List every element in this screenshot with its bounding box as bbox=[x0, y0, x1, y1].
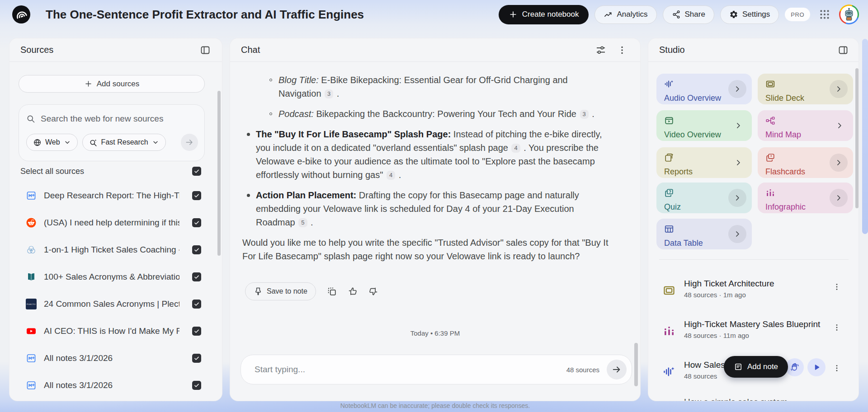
studio-tile-video-overview[interactable]: Video Overview bbox=[656, 110, 752, 141]
source-row[interactable]: 1-on-1 High Ticket Sales Coaching - K... bbox=[9, 236, 222, 263]
note-more-menu-icon[interactable] bbox=[832, 282, 841, 291]
save-to-note-button[interactable]: Save to note bbox=[245, 282, 316, 300]
thumbs-down-icon[interactable] bbox=[368, 286, 378, 296]
source-checkbox[interactable] bbox=[192, 327, 201, 336]
studio-tile-flashcards[interactable]: Flashcards bbox=[758, 147, 853, 178]
select-all-row: Select all sources bbox=[20, 165, 201, 177]
studio-note-row[interactable]: High-Ticket Mastery Sales Blueprint 48 s… bbox=[648, 318, 859, 345]
studio-tile-infographic[interactable]: Infographic bbox=[758, 183, 853, 213]
source-row[interactable]: PLECTO 24 Common Sales Acronyms | Plecto bbox=[9, 290, 222, 318]
add-sources-label: Add sources bbox=[97, 80, 140, 89]
studio-tile-mind-map[interactable]: Mind Map bbox=[758, 110, 853, 141]
pro-badge: PRO bbox=[785, 8, 810, 21]
citation-chip[interactable]: 3 bbox=[580, 110, 589, 119]
source-checkbox[interactable] bbox=[192, 300, 201, 309]
citation-chip[interactable]: 5 bbox=[298, 218, 307, 227]
chevron-right-icon[interactable] bbox=[728, 189, 746, 207]
chevron-right-icon[interactable] bbox=[835, 121, 844, 130]
chevron-right-icon[interactable] bbox=[830, 80, 848, 98]
add-sources-button[interactable]: Add sources bbox=[19, 75, 205, 93]
note-more-menu-icon[interactable] bbox=[832, 323, 841, 332]
studio-tile-data-table[interactable]: Data Table bbox=[656, 219, 752, 249]
source-row[interactable]: All notes 3/1/2026 bbox=[9, 345, 222, 372]
studio-panel: Studio Audio Overview Slide Deck Video O… bbox=[648, 38, 859, 401]
text-segment: . bbox=[308, 217, 313, 227]
sources-scrollbar[interactable] bbox=[217, 91, 221, 256]
search-submit-button[interactable] bbox=[181, 134, 198, 151]
select-all-checkbox[interactable] bbox=[192, 167, 201, 176]
source-checkbox[interactable] bbox=[192, 245, 201, 254]
search-input[interactable] bbox=[41, 114, 190, 124]
analytics-button[interactable]: Analytics bbox=[594, 5, 656, 24]
text-segment: . bbox=[334, 89, 339, 98]
source-row[interactable]: AI CEO: THIS is How I'd Make My First ..… bbox=[9, 318, 222, 345]
chevron-right-icon[interactable] bbox=[830, 189, 848, 207]
studio-tile-reports[interactable]: Reports bbox=[656, 147, 752, 178]
chevron-right-icon[interactable] bbox=[728, 225, 746, 243]
pin-icon bbox=[254, 287, 263, 296]
app-header: The One-Sentence Profit Extractor and AI… bbox=[0, 0, 868, 29]
chevron-right-icon[interactable] bbox=[734, 121, 743, 130]
video-icon bbox=[664, 116, 674, 126]
chevron-right-icon[interactable] bbox=[728, 80, 746, 98]
settings-button[interactable]: Settings bbox=[720, 5, 779, 24]
citation-chip[interactable]: 4 bbox=[387, 171, 395, 180]
citation-chip[interactable]: 3 bbox=[325, 89, 333, 98]
search-filter-row: Web Fast Research bbox=[26, 134, 198, 151]
source-checkbox[interactable] bbox=[192, 191, 201, 200]
avatar[interactable] bbox=[839, 5, 859, 24]
chat-settings-icon[interactable] bbox=[595, 45, 606, 56]
text-segment: Bikepacking the Backcountry: Powering Yo… bbox=[314, 109, 579, 119]
gear-icon bbox=[729, 10, 738, 19]
collapse-studio-panel-icon[interactable] bbox=[838, 45, 849, 56]
share-label: Share bbox=[685, 10, 705, 19]
studio-tile-slide-deck[interactable]: Slide Deck bbox=[758, 74, 853, 104]
note-icon bbox=[734, 362, 743, 371]
answer-actions: Save to note bbox=[245, 282, 378, 300]
source-title: Deep Research Report: The High-Tick... bbox=[44, 191, 179, 201]
notebook-title[interactable]: The One-Sentence Profit Extractor and AI… bbox=[46, 8, 364, 22]
share-button[interactable]: Share bbox=[663, 5, 714, 24]
thumbs-up-icon[interactable] bbox=[348, 286, 358, 296]
web-filter-dropdown[interactable]: Web bbox=[26, 134, 78, 151]
studio-tile-audio-overview[interactable]: Audio Overview bbox=[656, 74, 752, 104]
notebooklm-logo-icon[interactable] bbox=[12, 5, 30, 23]
window-scrollbar[interactable] bbox=[862, 39, 868, 234]
chat-messages: Blog Title: E-Bike Bikepacking: Essentia… bbox=[242, 73, 611, 270]
chevron-right-icon[interactable] bbox=[734, 158, 743, 167]
interactive-mode-button[interactable] bbox=[786, 358, 804, 376]
copy-icon[interactable] bbox=[327, 286, 337, 296]
note-title: How Sales bbox=[684, 360, 725, 370]
chat-input[interactable] bbox=[255, 365, 566, 375]
source-row[interactable]: 100+ Sales Acronyms & Abbreviations... bbox=[9, 263, 222, 290]
note-more-menu-icon[interactable] bbox=[832, 364, 841, 373]
chevron-right-icon[interactable] bbox=[830, 154, 848, 172]
citation-chip[interactable]: 4 bbox=[511, 144, 520, 153]
source-checkbox[interactable] bbox=[192, 218, 201, 227]
flashcards-icon bbox=[765, 153, 775, 163]
chat-scrollbar[interactable] bbox=[634, 343, 638, 386]
source-checkbox[interactable] bbox=[192, 354, 201, 363]
studio-tile-quiz[interactable]: Quiz bbox=[656, 183, 752, 213]
plus-icon bbox=[509, 10, 518, 19]
source-checkbox[interactable] bbox=[192, 272, 201, 281]
tile-label: Video Overview bbox=[664, 130, 745, 140]
chat-more-menu-icon[interactable] bbox=[617, 45, 627, 56]
studio-note-row[interactable]: High Ticket Architecture 48 sources · 1m… bbox=[648, 278, 859, 304]
chat-panel-header: Chat bbox=[230, 38, 640, 62]
search-row bbox=[26, 111, 198, 126]
studio-note-row[interactable]: How a simple sales system ... bbox=[648, 396, 859, 401]
add-note-button[interactable]: Add note bbox=[724, 356, 788, 378]
play-button[interactable] bbox=[807, 358, 826, 376]
source-row[interactable]: Deep Research Report: The High-Tick... bbox=[9, 182, 222, 209]
source-checkbox[interactable] bbox=[192, 381, 201, 390]
studio-scrollbar[interactable] bbox=[855, 68, 859, 208]
apps-grid-icon[interactable] bbox=[819, 9, 830, 20]
chat-send-button[interactable] bbox=[607, 360, 627, 379]
create-notebook-button[interactable]: Create notebook bbox=[499, 5, 589, 24]
studio-panel-title: Studio bbox=[659, 45, 685, 55]
source-row[interactable]: All notes 3/1/2026 bbox=[9, 372, 222, 399]
research-mode-dropdown[interactable]: Fast Research bbox=[82, 134, 166, 151]
source-row[interactable]: (USA) I need help determining if this r.… bbox=[9, 209, 222, 236]
collapse-sources-panel-icon[interactable] bbox=[200, 45, 211, 56]
